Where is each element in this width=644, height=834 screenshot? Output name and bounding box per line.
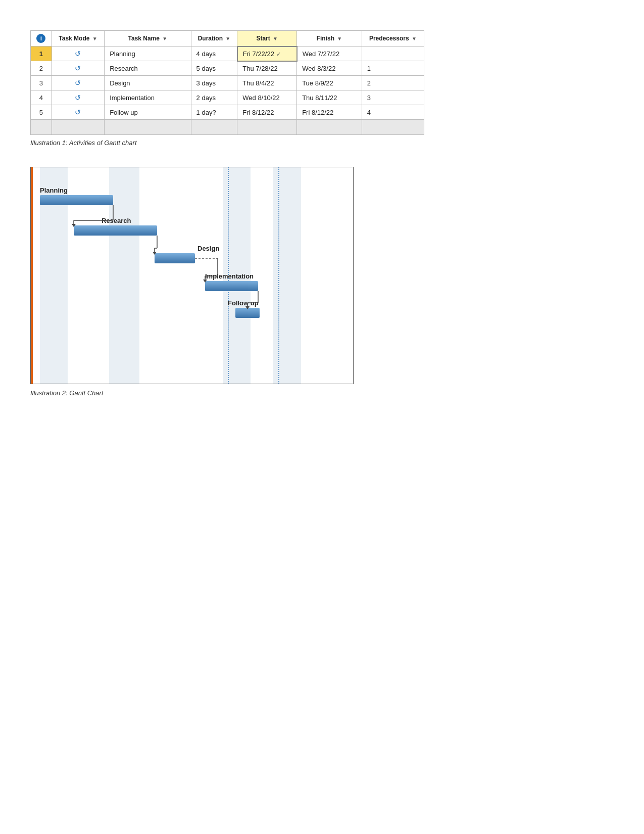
row-taskmode: ↺: [52, 61, 104, 76]
row-predecessors: 3: [362, 90, 424, 105]
gantt-left-border: [31, 167, 33, 384]
row-taskname: Planning: [105, 47, 191, 61]
table-row: 5 ↺ Follow up 1 day? Fri 8/12/22 Fri 8/1…: [31, 105, 424, 120]
arrowhead-research: [153, 252, 157, 255]
row-number: 3: [31, 76, 52, 90]
col-start[interactable]: Start ▼: [237, 31, 297, 47]
row-number: 2: [31, 61, 52, 76]
task-mode-icon: ↺: [75, 94, 81, 102]
row-start: Fri 8/12/22: [237, 105, 297, 120]
empty-cell: [297, 120, 362, 135]
table-row: 1 ↺ Planning 4 days Fri 7/22/22✓ Wed 7/2…: [31, 47, 424, 61]
row-finish: Thu 8/11/22: [297, 90, 362, 105]
task-mode-icon: ↺: [75, 64, 81, 72]
gantt-dotted-line-1: [228, 167, 229, 384]
arrowhead-design: [203, 280, 207, 283]
row-finish: Fri 8/12/22: [297, 105, 362, 120]
gantt-svg: Planning Research Design Implementation …: [31, 167, 353, 384]
row-predecessors: [362, 47, 424, 61]
row-duration: 5 days: [191, 61, 237, 76]
sort-taskmode-icon: ▼: [92, 36, 97, 41]
table-row: 3 ↺ Design 3 days Thu 8/4/22 Tue 8/9/22 …: [31, 76, 424, 90]
gantt-shade-col-2: [109, 167, 139, 384]
row-taskname: Implementation: [105, 90, 191, 105]
empty-cell: [191, 120, 237, 135]
col-info: i: [31, 31, 52, 47]
row-duration: 2 days: [191, 90, 237, 105]
row-start: Fri 7/22/22✓: [237, 47, 297, 61]
col-taskname[interactable]: Task Name ▼: [105, 31, 191, 47]
row-taskname: Follow up: [105, 105, 191, 120]
gantt-shade-col-3: [223, 167, 251, 384]
task-mode-icon: ↺: [75, 108, 81, 116]
row-predecessors: 2: [362, 76, 424, 90]
gantt-table: i Task Mode ▼ Task Name ▼ Duration ▼ Sta…: [30, 30, 424, 135]
sort-taskname-icon: ▼: [162, 36, 167, 41]
sort-finish-icon: ▼: [337, 36, 342, 41]
row-start: Thu 7/28/22: [237, 61, 297, 76]
gantt-caption: Illustration 2: Gantt Chart: [30, 389, 614, 397]
row-taskmode: ↺: [52, 90, 104, 105]
row-start: Thu 8/4/22: [237, 76, 297, 90]
empty-cell: [52, 120, 104, 135]
row-duration: 3 days: [191, 76, 237, 90]
table-caption: Illustration 1: Activities of Gantt char…: [30, 139, 614, 147]
table-row: 4 ↺ Implementation 2 days Wed 8/10/22 Th…: [31, 90, 424, 105]
arrowhead-planning: [72, 224, 76, 227]
info-icon: i: [36, 34, 45, 43]
row-start: Wed 8/10/22: [237, 90, 297, 105]
sort-pred-icon: ▼: [412, 36, 417, 41]
empty-cell: [31, 120, 52, 135]
col-predecessors[interactable]: Predecessors ▼: [362, 31, 424, 47]
gantt-chart-section: Planning Research Design Implementation …: [30, 167, 614, 397]
empty-cell: [105, 120, 191, 135]
row-finish: Wed 8/3/22: [297, 61, 362, 76]
col-taskmode[interactable]: Task Mode ▼: [52, 31, 104, 47]
empty-cell: [237, 120, 297, 135]
row-number: 5: [31, 105, 52, 120]
row-finish: Wed 7/27/22: [297, 47, 362, 61]
row-taskname: Design: [105, 76, 191, 90]
row-taskname: Research: [105, 61, 191, 76]
gantt-label-design: Design: [197, 245, 219, 252]
gantt-dotted-line-2: [278, 167, 279, 384]
row-duration: 1 day?: [191, 105, 237, 120]
row-number: 1: [31, 47, 52, 61]
task-mode-icon: ↺: [75, 79, 81, 87]
gantt-shade-col-1: [40, 167, 68, 384]
gantt-bar-design: [155, 253, 195, 263]
table-row: 2 ↺ Research 5 days Thu 7/28/22 Wed 8/3/…: [31, 61, 424, 76]
gantt-chart: Planning Research Design Implementation …: [30, 167, 354, 384]
row-taskmode: ↺: [52, 47, 104, 61]
row-number: 4: [31, 90, 52, 105]
sort-duration-icon: ▼: [225, 36, 230, 41]
task-mode-icon: ↺: [75, 50, 81, 58]
row-finish: Tue 8/9/22: [297, 76, 362, 90]
col-duration[interactable]: Duration ▼: [191, 31, 237, 47]
row-predecessors: 4: [362, 105, 424, 120]
row-predecessors: 1: [362, 61, 424, 76]
gantt-shade-col-4: [273, 167, 301, 384]
row-duration: 4 days: [191, 47, 237, 61]
gantt-table-section: i Task Mode ▼ Task Name ▼ Duration ▼ Sta…: [30, 30, 614, 147]
row-taskmode: ↺: [52, 105, 104, 120]
row-taskmode: ↺: [52, 76, 104, 90]
table-empty-row: [31, 120, 424, 135]
col-finish[interactable]: Finish ▼: [297, 31, 362, 47]
sort-start-icon: ▼: [273, 36, 278, 41]
empty-cell: [362, 120, 424, 135]
